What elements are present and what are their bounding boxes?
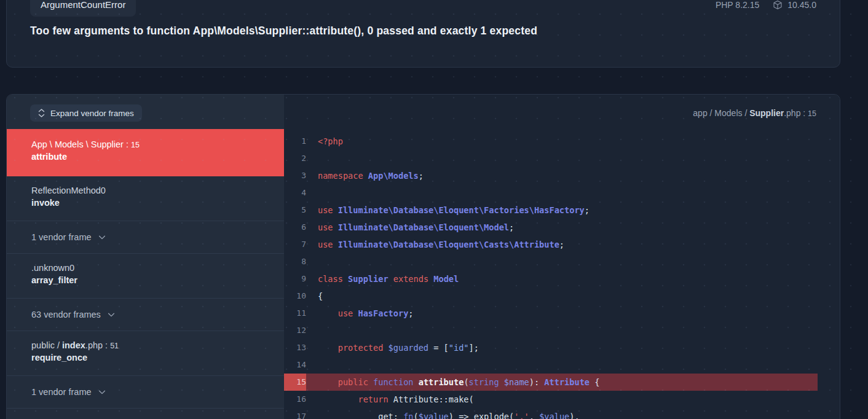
line-number: 4 <box>284 184 306 202</box>
stack-frames-sidebar: Expand vendor frames App \ Models \ Supp… <box>7 95 284 419</box>
line-number: 7 <box>284 236 306 253</box>
unfold-icon <box>38 109 45 117</box>
frame-location: App \ Models \ Supplier : 15 <box>31 139 272 149</box>
frame-method: array_filter <box>31 275 272 285</box>
error-class-label: ArgumentCountError <box>41 0 125 10</box>
code-line: 4 <box>284 184 840 202</box>
code-token: HasFactory <box>358 308 408 318</box>
line-number: 16 <box>284 391 306 408</box>
line-number: 11 <box>284 305 306 322</box>
code-token: attribute <box>419 377 464 387</box>
code-line: 8 <box>284 253 840 270</box>
version-info: PHP 8.2.15 10.45.0 <box>716 0 816 10</box>
code-token: extends <box>389 274 434 284</box>
line-code: get: fn($value) => explode('.', $value), <box>306 412 580 419</box>
line-code: public function attribute(string $name):… <box>306 377 599 387</box>
line-number: 15 <box>284 374 306 391</box>
text-segment: public / <box>31 340 62 350</box>
code-token: ; <box>509 222 514 232</box>
line-number: 1 <box>284 133 306 150</box>
text-segment: .php : <box>784 108 808 118</box>
code-token: ; <box>559 240 564 249</box>
frame-location: public / index.php : 51 <box>31 340 272 350</box>
line-number: 13 <box>284 339 306 356</box>
code-token: ( <box>464 377 468 387</box>
code-token: Model <box>433 274 459 284</box>
vendor-frames-toggle[interactable]: 1 vendor frame <box>7 221 284 254</box>
frame-location: ReflectionMethod0 <box>31 186 272 195</box>
frame-method: require_once <box>31 353 272 362</box>
line-code: <?php <box>306 136 343 146</box>
error-class-badge: ArgumentCountError <box>30 0 136 17</box>
line-number: 6 <box>284 219 306 236</box>
text-segment: 15 <box>131 141 140 149</box>
chevron-down-icon <box>98 233 106 241</box>
line-code: use HasFactory; <box>306 308 414 318</box>
code-token: $value <box>539 412 569 419</box>
frame-method: attribute <box>31 152 272 162</box>
code-token: ): <box>529 377 545 387</box>
code-token: App\Models <box>368 171 419 181</box>
code-lines: 1<?php23namespace App\Models;45use Illum… <box>284 133 840 419</box>
text-segment: .unknown0 <box>31 263 74 273</box>
code-token: fn <box>403 412 413 419</box>
code-token: <?php <box>318 136 343 146</box>
line-code: protected $guarded = ["id"]; <box>306 343 479 353</box>
code-token: class <box>318 274 348 284</box>
line-number: 17 <box>284 408 306 419</box>
code-line: 16 return Attribute::make( <box>284 391 840 408</box>
line-code: use Illuminate\Database\Eloquent\Casts\A… <box>306 240 564 249</box>
code-token: ; <box>408 308 413 318</box>
text-segment: index <box>62 340 85 350</box>
code-line: 5use Illuminate\Database\Eloquent\Factor… <box>284 202 840 219</box>
code-token: = [ <box>428 343 449 353</box>
code-token: string <box>469 377 504 387</box>
code-line: 14 <box>284 356 840 374</box>
code-line: 13 protected $guarded = ["id"]; <box>284 339 840 356</box>
line-number: 12 <box>284 322 306 339</box>
laravel-icon <box>773 0 783 10</box>
line-number: 3 <box>284 167 306 184</box>
line-number: 5 <box>284 202 306 219</box>
php-version-label: PHP 8.2.15 <box>716 0 759 10</box>
text-segment: ReflectionMethod0 <box>31 186 106 195</box>
code-token: Illuminate\Database\Eloquent\Casts\Attri… <box>338 240 559 249</box>
code-token: use <box>318 308 358 318</box>
code-token: "id" <box>449 343 469 353</box>
stack-frame[interactable]: .unknown0array_filter <box>7 254 284 299</box>
code-token: $value <box>419 412 449 419</box>
vendor-frames-toggle[interactable]: 1 vendor frame <box>7 376 284 409</box>
line-number: 10 <box>284 288 306 305</box>
expand-vendor-frames-label: Expand vendor frames <box>50 109 134 118</box>
code-token: ) => explode( <box>449 412 514 419</box>
stack-frame[interactable]: public / index.php : 51require_once <box>7 331 284 376</box>
chevron-down-icon <box>98 388 106 396</box>
code-token: '.' <box>514 412 529 419</box>
frame-location: .unknown0 <box>31 263 272 273</box>
code-token: $name <box>504 377 529 387</box>
expand-vendor-frames-button[interactable]: Expand vendor frames <box>30 104 142 122</box>
code-token: use <box>318 205 338 215</box>
vendor-frames-toggle[interactable]: 63 vendor frames <box>7 299 284 331</box>
stack-frame-selected[interactable]: App \ Models \ Supplier : 15attribute <box>7 129 284 176</box>
code-token: Supplier <box>348 274 388 284</box>
code-line-highlighted: 15 public function attribute(string $nam… <box>284 374 818 391</box>
laravel-version-label: 10.45.0 <box>787 0 816 10</box>
code-token: public <box>318 377 373 387</box>
error-message: Too few arguments to function App\Models… <box>30 25 537 37</box>
code-token: use <box>318 240 338 249</box>
file-breadcrumb: app / Models / Supplier.php : 15 <box>693 108 816 118</box>
vendor-frames-label: 63 vendor frames <box>31 310 101 319</box>
line-code: class Supplier extends Model <box>306 274 459 284</box>
line-code: use Illuminate\Database\Eloquent\Factori… <box>306 205 590 215</box>
line-number: 9 <box>284 270 306 288</box>
code-token: { <box>590 377 599 387</box>
code-line: 1<?php <box>284 133 840 150</box>
line-number: 8 <box>284 253 306 270</box>
code-line: 9class Supplier extends Model <box>284 270 840 288</box>
code-token: Attribute <box>544 377 590 387</box>
code-line: 7use Illuminate\Database\Eloquent\Casts\… <box>284 236 840 253</box>
line-code: { <box>306 291 323 301</box>
code-line: 10{ <box>284 288 840 305</box>
stack-frame[interactable]: ReflectionMethod0invoke <box>7 176 284 221</box>
